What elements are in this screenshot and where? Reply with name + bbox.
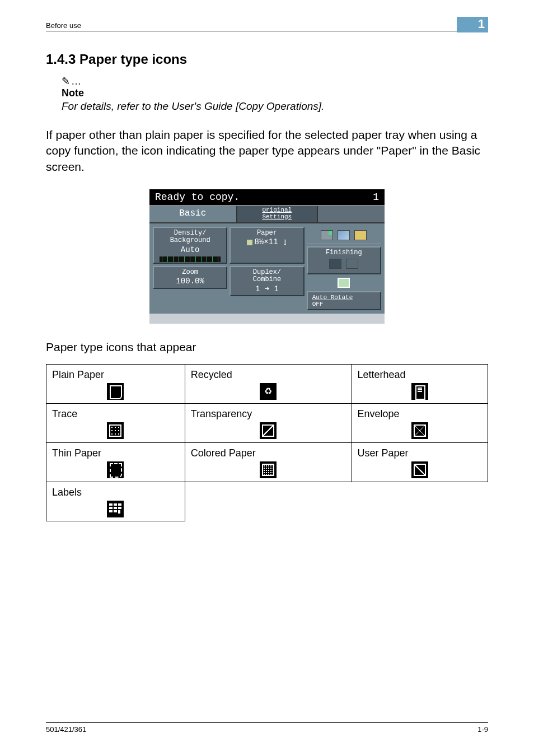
cell-trace: Trace — [46, 404, 185, 443]
tab-basic[interactable]: Basic — [149, 206, 237, 222]
plain-paper-icon — [107, 383, 124, 400]
density-value: Auto — [156, 246, 224, 254]
tab-original-settings[interactable]: Original Settings — [237, 206, 318, 222]
letterhead-icon — [411, 383, 428, 400]
header-section: Before use — [46, 21, 81, 30]
mini-icon-3 — [354, 230, 367, 240]
chapter-number-box: 1 — [457, 17, 488, 32]
copy-count: 1 — [373, 192, 379, 203]
note-text: For details, refer to the User's Guide [… — [62, 100, 488, 113]
mini-icon-2 — [338, 230, 350, 240]
cell-letterhead: Letterhead — [352, 365, 488, 404]
status-text: Ready to copy. — [155, 192, 240, 203]
body-paragraph: If paper other than plain paper is speci… — [46, 127, 488, 175]
trace-icon — [107, 422, 124, 439]
recycled-icon: ♻ — [260, 383, 277, 400]
copier-screenshot: Ready to copy. 1 Basic Original Settings… — [46, 189, 488, 324]
note-ellipsis: … — [71, 76, 81, 87]
cell-empty — [352, 482, 488, 521]
footer-model: 501/421/361 — [46, 725, 86, 734]
user-paper-icon — [411, 461, 428, 478]
table-row: Thin Paper Colored Paper User Paper — [46, 443, 488, 482]
paper-button[interactable]: Paper 8½×11 ▯ — [229, 227, 304, 264]
cell-envelope: Envelope — [352, 404, 488, 443]
footer-page-number: 1-9 — [477, 725, 488, 734]
finishing-icons-row — [307, 227, 381, 244]
tab-blank — [318, 206, 385, 222]
table-caption: Paper type icons that appear — [46, 340, 488, 354]
labels-icon — [107, 501, 124, 517]
table-row: Plain Paper Recycled ♻ Letterhead — [46, 365, 488, 404]
zoom-button[interactable]: Zoom 100.0% — [153, 266, 227, 289]
thin-paper-icon — [107, 461, 124, 478]
cell-labels: Labels — [46, 482, 185, 521]
cell-plain-paper: Plain Paper — [46, 365, 185, 404]
note-label: Note — [62, 87, 488, 99]
envelope-icon — [411, 422, 428, 439]
density-button[interactable]: Density/ Background Auto — [153, 227, 227, 264]
duplex-value: 1 ➜ 1 — [233, 285, 301, 293]
mini-icon-1 — [321, 230, 333, 240]
duplex-button[interactable]: Duplex/ Combine 1 ➜ 1 — [229, 266, 304, 296]
page-header: Before use — [46, 21, 488, 31]
note-icon: ✎ — [62, 76, 70, 87]
finishing-button[interactable]: Finishing — [307, 246, 381, 274]
table-row: Labels — [46, 482, 488, 521]
section-heading: 1.4.3 Paper type icons — [46, 52, 488, 67]
copier-tabs: Basic Original Settings — [149, 205, 385, 223]
finishing-icon-2 — [346, 259, 358, 269]
cell-user-paper: User Paper — [352, 443, 488, 482]
cell-empty — [185, 482, 352, 521]
paper-type-icon-table: Plain Paper Recycled ♻ Letterhead Trace … — [46, 364, 488, 521]
page-footer: 501/421/361 1-9 — [46, 722, 488, 734]
cell-colored-paper: Colored Paper — [185, 443, 352, 482]
transparency-icon — [260, 422, 277, 439]
table-row: Trace Transparency Envelope — [46, 404, 488, 443]
auto-rotate-button[interactable]: Auto Rotate OFF — [307, 291, 381, 310]
density-bar-icon — [160, 256, 221, 262]
note-block: ✎… Note For details, refer to the User's… — [62, 75, 488, 113]
copier-bottom-strip — [149, 314, 385, 324]
cell-thin-paper: Thin Paper — [46, 443, 185, 482]
zoom-value: 100.0% — [156, 277, 224, 286]
output-icon — [338, 278, 350, 288]
paper-value: 8½×11 ▯ — [255, 238, 288, 246]
cell-recycled: Recycled ♻ — [185, 365, 352, 404]
colored-paper-icon — [260, 461, 277, 478]
finishing-icon-1 — [329, 259, 341, 269]
paper-type-icon — [247, 240, 252, 245]
copier-status-bar: Ready to copy. 1 — [149, 189, 385, 205]
cell-transparency: Transparency — [185, 404, 352, 443]
